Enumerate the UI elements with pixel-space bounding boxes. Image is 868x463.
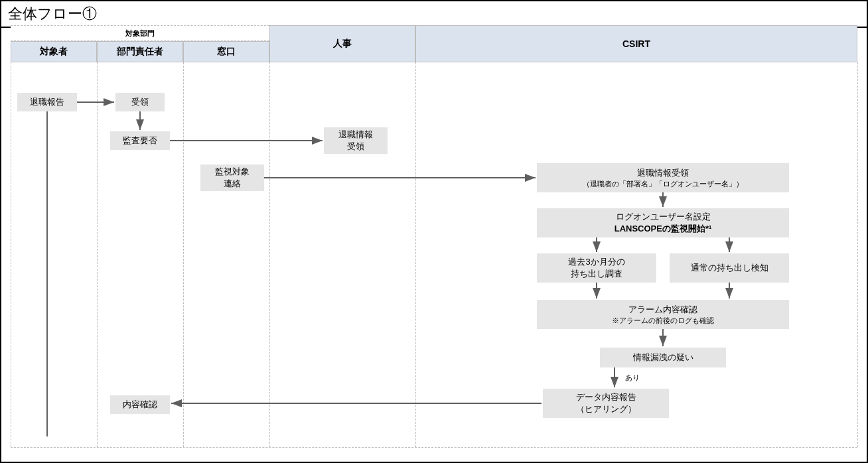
node-alarm-check: アラーム内容確認 ※アラームの前後のログも確認 <box>537 300 789 329</box>
lane-header-hr: 人事 <box>269 25 415 62</box>
body-left-border <box>11 62 11 447</box>
lifeline-target <box>46 111 48 436</box>
node-csirt-receive: 退職情報受領 （退職者の「部署名」「ログオンユーザー名」） <box>537 163 789 192</box>
lane-header-contact-text: 窓口 <box>217 46 236 58</box>
node-leak-suspicion: 情報漏洩の疑い <box>600 348 726 367</box>
lane-header-hr-text: 人事 <box>333 38 352 50</box>
lane-header-target-text: 対象者 <box>40 46 68 58</box>
node-past3m: 過去3か月分の 持ち出し調査 <box>537 253 656 283</box>
lane-sep-4 <box>415 62 416 447</box>
lane-header-csirt: CSIRT <box>415 25 857 62</box>
label-ari: あり <box>625 373 640 383</box>
node-receive: 受領 <box>115 93 165 111</box>
lane-header-manager: 部門責任者 <box>97 41 183 62</box>
lane-sep-1 <box>97 62 98 447</box>
lane-group-text: 対象部門 <box>125 29 155 38</box>
node-monitor-contact: 監視対象 連絡 <box>200 165 264 191</box>
lane-sep-3 <box>269 62 270 447</box>
node-content-check: 内容確認 <box>110 395 170 414</box>
node-data-report: データ内容報告 （ヒアリング） <box>543 389 669 418</box>
node-normal-detect: 通常の持ち出し検知 <box>670 253 789 283</box>
diagram-canvas: 対象部門 人事 CSIRT 対象者 部門責任者 窓口 退職報告 受領 監査要否 <box>11 25 857 452</box>
page-frame: 全体フロー① 対象部門 人事 CSIRT 対象者 部門責任者 窓口 <box>0 0 868 463</box>
body-right-border <box>857 62 858 447</box>
lane-group-label: 対象部門 <box>11 25 269 41</box>
node-resignation-report: 退職報告 <box>17 93 77 111</box>
lane-header-manager-text: 部門責任者 <box>117 46 163 58</box>
node-logon-setup: ログオンユーザー名設定 LANSCOPEの監視開始*¹ <box>537 208 789 237</box>
node-hr-receive: 退職情報 受領 <box>324 127 388 154</box>
lane-sep-2 <box>183 62 184 447</box>
body-bottom-border <box>11 447 857 448</box>
arrows-layer <box>11 25 857 450</box>
node-audit-need: 監査要否 <box>110 131 170 150</box>
lane-header-contact: 窓口 <box>183 41 269 62</box>
page-title: 全体フロー① <box>1 1 867 28</box>
lane-header-target: 対象者 <box>11 41 97 62</box>
lane-header-csirt-text: CSIRT <box>622 38 650 49</box>
